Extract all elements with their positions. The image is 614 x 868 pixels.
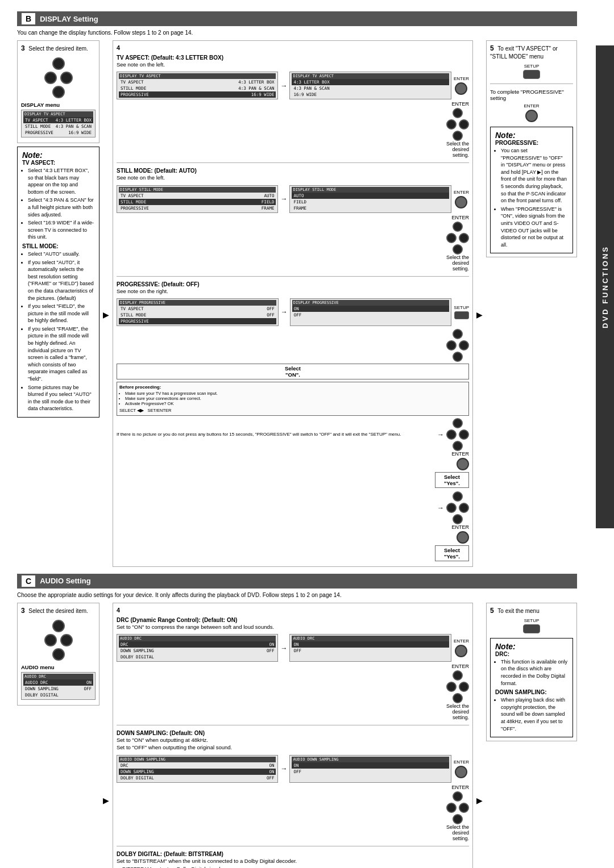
down-sampling-enter-group: ENTER [454, 760, 469, 778]
drc-screen: AUDIO DRC DRCON DOWN SAMPLINGOFF DOLBY D… [117, 634, 278, 662]
drc-desc: Set to "ON" to compress the range betwee… [117, 623, 469, 631]
progressive-note-content: You can set "PROGRESSIVE" to "OFF" in "D… [495, 147, 568, 248]
select-yes2-prog: Select"Yes". [435, 545, 469, 561]
down-enter-label: ENTER [117, 784, 469, 790]
drc-heading: DRC (Dynamic Range Control): (Default: O… [117, 617, 469, 623]
prog-enter-label2: ENTER [117, 524, 469, 530]
progressive-row1: DISPLAY PROGRESSIVE TV ASPECTOFF STILL M… [117, 297, 469, 328]
drc-row: AUDIO DRC DRCON DOWN SAMPLINGOFF DOLBY D… [117, 632, 469, 663]
arrow-tv-aspect: → [280, 82, 287, 90]
divider1 [117, 162, 469, 163]
display-letter: B [22, 13, 35, 24]
setup-btn-step5 [523, 70, 540, 79]
prog-row2: If there is no picture or you do not pre… [117, 418, 469, 451]
audio-section: C AUDIO Setting Choose the appropriate a… [17, 574, 577, 868]
audio-intro: Choose the appropriate audio settings fo… [17, 592, 577, 598]
tv-aspect-screen: DISPLAY TV ASPECT TV ASPECT4:3 LETTER BO… [117, 72, 278, 99]
down-sampling-desc2: Set to "OFF" when outputting the origina… [117, 744, 469, 751]
display-note-right: Note: PROGRESSIVE: You can set "PROGRESS… [490, 127, 573, 253]
still-mode-note-ref: See note on the left. [117, 174, 469, 181]
down-sampling-screen: AUDIO DOWN SAMPLING DRCON DOWN SAMPLINGO… [117, 755, 278, 783]
down-sampling-row: AUDIO DOWN SAMPLING DRCON DOWN SAMPLINGO… [117, 753, 469, 784]
still-mode-heading: STILL MODE: (Default: AUTO) [117, 168, 469, 174]
setup-btn [454, 311, 469, 319]
remote-down-s5 [453, 131, 463, 141]
audio-remote-left [44, 634, 57, 646]
tv-aspect-note-ref: See note on the left. [117, 61, 469, 68]
display-note-left: Note: TV ASPECT: Select "4:3 LETTER BOX"… [17, 147, 99, 418]
main-content: DVD FUNCTIONS B DISPLAY Setting You can … [17, 11, 577, 868]
progressive-screen2: DISPLAY PROGRESSIVE ON OFF [290, 298, 452, 326]
display-step5: 5 To exit "TV ASPECT" or "STILL MODE" me… [486, 40, 577, 257]
display-section-header: B DISPLAY Setting [17, 11, 577, 26]
remote-up-s5 [453, 108, 463, 118]
drc-screen2: AUDIO DRC ON OFF [289, 634, 451, 662]
audio-menu-screen: AUDIO DRC AUDIO DRCON DOWN SAMPLINGOFF D… [21, 672, 96, 700]
display-steps-row: 3 Select the desired item. DISPLAY menu [17, 40, 577, 567]
select-desired-down: Select thedesiredsetting. [117, 824, 469, 841]
arrow-still-mode: → [280, 195, 287, 203]
tv-aspect-subsection: TV ASPECT: (Default: 4:3 LETTER BOX) See… [117, 55, 469, 158]
audio-title: AUDIO Setting [40, 577, 91, 585]
down-sampling-note-title: DOWN SAMPLING: [495, 689, 568, 695]
still-mode-enter-group: ENTER [454, 190, 469, 208]
enter-btn-tv [455, 82, 467, 95]
display-step4: 4 TV ASPECT: (Default: 4:3 LETTER BOX) S… [113, 40, 473, 567]
audio-step4: 4 DRC (Dynamic Range Control): (Default:… [113, 603, 473, 868]
enter-btn-still [455, 196, 467, 208]
note-right-heading: Note: [495, 131, 568, 140]
still-mode-note-title: STILL MODE: [22, 243, 94, 249]
dolby-desc: Set to "BITSTREAM" when the unit is conn… [117, 857, 469, 865]
enter-btn-drc [455, 645, 467, 657]
arrow-drc: → [280, 644, 287, 652]
progressive-screen: DISPLAY PROGRESSIVE TV ASPECTOFF STILL M… [117, 298, 279, 326]
progressive-note-ref: See note on the right. [117, 287, 469, 295]
display-screen-row1: TV ASPECT4:3 LETTER BOX [23, 117, 93, 123]
dolby-heading: DOLBY DIGITAL: (Default: BITSTREAM) [117, 851, 469, 857]
progressive-subsection: PROGRESSIVE: (Default: OFF) See note on … [117, 281, 469, 561]
remote-up-btn [52, 57, 65, 70]
tv-aspect-remote-right [117, 108, 469, 141]
prog-enter-label: ENTER [117, 451, 469, 457]
tv-aspect-note-title: TV ASPECT: [22, 160, 94, 166]
audio-remote-down [52, 648, 65, 661]
drc-note-title: DRC: [495, 651, 568, 657]
remote-down-btn [52, 86, 65, 98]
drc-subsection: DRC (Dynamic Range Control): (Default: O… [117, 617, 469, 720]
tv-aspect-enter-group: ENTER [454, 76, 469, 95]
select-desired-tv: Select thedesiredsetting. [117, 141, 469, 158]
display-intro: You can change the display functions. Fo… [17, 30, 577, 36]
audio-arrow-3-4: ▶ [103, 796, 109, 804]
display-screen-row3: PROGRESSIVE16:9 WIDE [23, 130, 93, 136]
select-yes-prog: Select"Yes". [435, 472, 469, 488]
display-menu-label: DISPLAY menu [21, 102, 96, 108]
still-mode-subsection: STILL MODE: (Default: AUTO) See note on … [117, 168, 469, 271]
tv-aspect-screen2: DISPLAY TV ASPECT 4:3 LETTER BOX 4:3 PAN… [289, 72, 451, 99]
prog-row3: → [117, 491, 469, 524]
audio-note-right: Note: DRC: This function is available on… [490, 638, 573, 737]
remote-right-btn [60, 72, 73, 84]
select-on-label: Select"ON". [117, 364, 469, 379]
progressive-warning: Before proceeding: Make sure your TV has… [117, 382, 469, 416]
still-mode-screen: DISPLAY STILL MODE TV ASPECTAUTO STILL M… [117, 185, 278, 213]
still-mode-row: DISPLAY STILL MODE TV ASPECTAUTO STILL M… [117, 183, 469, 215]
arrow-4-5: ▶ [476, 311, 483, 319]
remote-right-s5 [459, 119, 469, 130]
arrow-3-4: ▶ [103, 311, 109, 319]
select-desired-drc: Select thedesiredsetting. [117, 703, 469, 720]
still-mode-remote-right [117, 222, 469, 254]
enter-btn-down [455, 766, 467, 778]
down-sampling-desc1: Set to "ON" when outputting at 48kHz. [117, 736, 469, 744]
tv-aspect-note-content: Select "4:3 LETTER BOX", so that black b… [22, 167, 94, 241]
progressive-note-title: PROGRESSIVE: [495, 140, 568, 146]
drc-enter-label: ENTER [117, 663, 469, 669]
enter-btn-prog2 [457, 531, 469, 544]
complete-progressive-label: To complete "PROGRESSIVE" setting [490, 89, 573, 101]
audio-note-right-heading: Note: [495, 642, 568, 651]
audio-remote-up [52, 620, 65, 632]
remote-left-btn [44, 72, 57, 84]
down-sampling-heading: DOWN SAMPLING: (Default: ON) [117, 730, 469, 736]
dolby-digital-subsection: DOLBY DIGITAL: (Default: BITSTREAM) Set … [117, 851, 469, 868]
tv-aspect-enter-label: ENTER [117, 101, 469, 107]
display-menu-screen: DISPLAY TV ASPECT TV ASPECT4:3 LETTER BO… [21, 110, 96, 137]
